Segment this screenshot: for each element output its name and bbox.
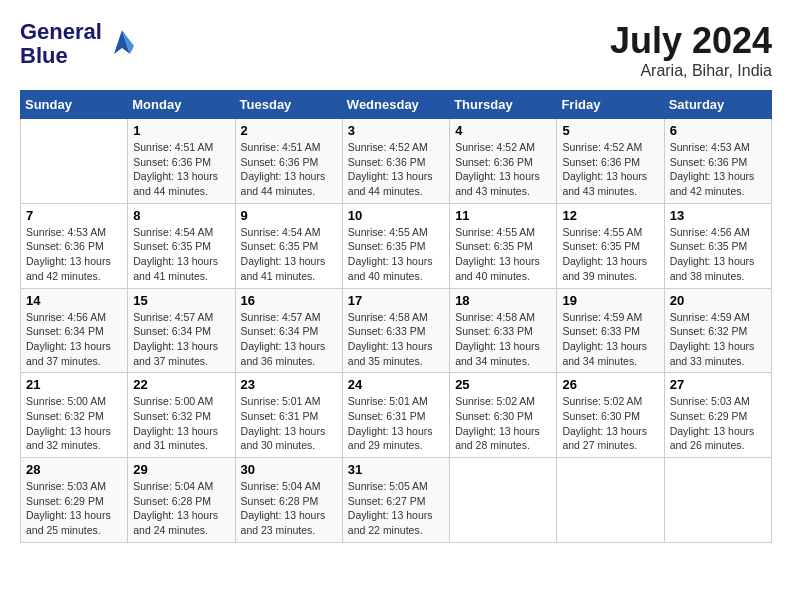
calendar-cell: 10Sunrise: 4:55 AM Sunset: 6:35 PM Dayli… [342, 203, 449, 288]
day-number: 2 [241, 123, 337, 138]
calendar-cell: 30Sunrise: 5:04 AM Sunset: 6:28 PM Dayli… [235, 458, 342, 543]
calendar-week-row: 7Sunrise: 4:53 AM Sunset: 6:36 PM Daylig… [21, 203, 772, 288]
day-header-tuesday: Tuesday [235, 91, 342, 119]
day-number: 14 [26, 293, 122, 308]
calendar-cell: 31Sunrise: 5:05 AM Sunset: 6:27 PM Dayli… [342, 458, 449, 543]
day-number: 21 [26, 377, 122, 392]
calendar-cell: 8Sunrise: 4:54 AM Sunset: 6:35 PM Daylig… [128, 203, 235, 288]
calendar-cell: 12Sunrise: 4:55 AM Sunset: 6:35 PM Dayli… [557, 203, 664, 288]
day-info: Sunrise: 4:54 AM Sunset: 6:35 PM Dayligh… [241, 225, 337, 284]
day-number: 18 [455, 293, 551, 308]
day-info: Sunrise: 4:59 AM Sunset: 6:32 PM Dayligh… [670, 310, 766, 369]
day-info: Sunrise: 5:02 AM Sunset: 6:30 PM Dayligh… [455, 394, 551, 453]
calendar-week-row: 28Sunrise: 5:03 AM Sunset: 6:29 PM Dayli… [21, 458, 772, 543]
day-info: Sunrise: 5:03 AM Sunset: 6:29 PM Dayligh… [26, 479, 122, 538]
day-info: Sunrise: 4:57 AM Sunset: 6:34 PM Dayligh… [241, 310, 337, 369]
calendar-cell: 13Sunrise: 4:56 AM Sunset: 6:35 PM Dayli… [664, 203, 771, 288]
day-number: 25 [455, 377, 551, 392]
day-info: Sunrise: 4:51 AM Sunset: 6:36 PM Dayligh… [241, 140, 337, 199]
day-number: 28 [26, 462, 122, 477]
calendar-cell: 9Sunrise: 4:54 AM Sunset: 6:35 PM Daylig… [235, 203, 342, 288]
calendar-cell: 2Sunrise: 4:51 AM Sunset: 6:36 PM Daylig… [235, 119, 342, 204]
calendar-week-row: 21Sunrise: 5:00 AM Sunset: 6:32 PM Dayli… [21, 373, 772, 458]
calendar-cell: 11Sunrise: 4:55 AM Sunset: 6:35 PM Dayli… [450, 203, 557, 288]
day-number: 19 [562, 293, 658, 308]
calendar-cell: 7Sunrise: 4:53 AM Sunset: 6:36 PM Daylig… [21, 203, 128, 288]
calendar-cell: 21Sunrise: 5:00 AM Sunset: 6:32 PM Dayli… [21, 373, 128, 458]
day-info: Sunrise: 4:52 AM Sunset: 6:36 PM Dayligh… [455, 140, 551, 199]
day-info: Sunrise: 4:53 AM Sunset: 6:36 PM Dayligh… [26, 225, 122, 284]
day-number: 22 [133, 377, 229, 392]
day-info: Sunrise: 4:53 AM Sunset: 6:36 PM Dayligh… [670, 140, 766, 199]
calendar-cell: 23Sunrise: 5:01 AM Sunset: 6:31 PM Dayli… [235, 373, 342, 458]
day-info: Sunrise: 5:00 AM Sunset: 6:32 PM Dayligh… [26, 394, 122, 453]
day-number: 6 [670, 123, 766, 138]
day-info: Sunrise: 4:52 AM Sunset: 6:36 PM Dayligh… [562, 140, 658, 199]
day-number: 27 [670, 377, 766, 392]
calendar-cell [557, 458, 664, 543]
day-number: 11 [455, 208, 551, 223]
day-number: 10 [348, 208, 444, 223]
day-number: 9 [241, 208, 337, 223]
calendar-cell: 26Sunrise: 5:02 AM Sunset: 6:30 PM Dayli… [557, 373, 664, 458]
logo-icon [106, 26, 138, 58]
calendar-cell: 16Sunrise: 4:57 AM Sunset: 6:34 PM Dayli… [235, 288, 342, 373]
day-number: 5 [562, 123, 658, 138]
day-number: 1 [133, 123, 229, 138]
day-info: Sunrise: 4:54 AM Sunset: 6:35 PM Dayligh… [133, 225, 229, 284]
calendar-cell: 3Sunrise: 4:52 AM Sunset: 6:36 PM Daylig… [342, 119, 449, 204]
calendar-cell: 4Sunrise: 4:52 AM Sunset: 6:36 PM Daylig… [450, 119, 557, 204]
day-info: Sunrise: 5:01 AM Sunset: 6:31 PM Dayligh… [241, 394, 337, 453]
day-info: Sunrise: 4:55 AM Sunset: 6:35 PM Dayligh… [455, 225, 551, 284]
page-subtitle: Araria, Bihar, India [610, 62, 772, 80]
day-info: Sunrise: 5:02 AM Sunset: 6:30 PM Dayligh… [562, 394, 658, 453]
day-info: Sunrise: 4:56 AM Sunset: 6:34 PM Dayligh… [26, 310, 122, 369]
calendar-cell: 24Sunrise: 5:01 AM Sunset: 6:31 PM Dayli… [342, 373, 449, 458]
title-block: July 2024 Araria, Bihar, India [610, 20, 772, 80]
calendar-cell: 5Sunrise: 4:52 AM Sunset: 6:36 PM Daylig… [557, 119, 664, 204]
calendar-cell: 25Sunrise: 5:02 AM Sunset: 6:30 PM Dayli… [450, 373, 557, 458]
day-header-wednesday: Wednesday [342, 91, 449, 119]
day-info: Sunrise: 4:51 AM Sunset: 6:36 PM Dayligh… [133, 140, 229, 199]
day-number: 12 [562, 208, 658, 223]
calendar-header-row: SundayMondayTuesdayWednesdayThursdayFrid… [21, 91, 772, 119]
day-number: 3 [348, 123, 444, 138]
day-number: 24 [348, 377, 444, 392]
day-info: Sunrise: 5:04 AM Sunset: 6:28 PM Dayligh… [133, 479, 229, 538]
calendar-cell: 19Sunrise: 4:59 AM Sunset: 6:33 PM Dayli… [557, 288, 664, 373]
calendar-cell: 22Sunrise: 5:00 AM Sunset: 6:32 PM Dayli… [128, 373, 235, 458]
day-info: Sunrise: 5:04 AM Sunset: 6:28 PM Dayligh… [241, 479, 337, 538]
day-number: 15 [133, 293, 229, 308]
calendar-cell: 18Sunrise: 4:58 AM Sunset: 6:33 PM Dayli… [450, 288, 557, 373]
day-info: Sunrise: 5:01 AM Sunset: 6:31 PM Dayligh… [348, 394, 444, 453]
calendar-cell [664, 458, 771, 543]
calendar-cell: 28Sunrise: 5:03 AM Sunset: 6:29 PM Dayli… [21, 458, 128, 543]
logo-text: General Blue [20, 20, 102, 68]
calendar-cell: 15Sunrise: 4:57 AM Sunset: 6:34 PM Dayli… [128, 288, 235, 373]
day-header-sunday: Sunday [21, 91, 128, 119]
day-number: 4 [455, 123, 551, 138]
day-info: Sunrise: 4:56 AM Sunset: 6:35 PM Dayligh… [670, 225, 766, 284]
day-info: Sunrise: 4:55 AM Sunset: 6:35 PM Dayligh… [348, 225, 444, 284]
calendar-cell: 29Sunrise: 5:04 AM Sunset: 6:28 PM Dayli… [128, 458, 235, 543]
day-header-friday: Friday [557, 91, 664, 119]
day-header-thursday: Thursday [450, 91, 557, 119]
calendar-cell: 14Sunrise: 4:56 AM Sunset: 6:34 PM Dayli… [21, 288, 128, 373]
logo: General Blue [20, 20, 138, 68]
day-info: Sunrise: 4:57 AM Sunset: 6:34 PM Dayligh… [133, 310, 229, 369]
day-header-saturday: Saturday [664, 91, 771, 119]
day-header-monday: Monday [128, 91, 235, 119]
day-info: Sunrise: 4:58 AM Sunset: 6:33 PM Dayligh… [455, 310, 551, 369]
day-number: 13 [670, 208, 766, 223]
day-info: Sunrise: 5:05 AM Sunset: 6:27 PM Dayligh… [348, 479, 444, 538]
calendar-cell: 17Sunrise: 4:58 AM Sunset: 6:33 PM Dayli… [342, 288, 449, 373]
day-info: Sunrise: 4:55 AM Sunset: 6:35 PM Dayligh… [562, 225, 658, 284]
calendar-cell: 1Sunrise: 4:51 AM Sunset: 6:36 PM Daylig… [128, 119, 235, 204]
page-header: General Blue July 2024 Araria, Bihar, In… [20, 20, 772, 80]
calendar-cell: 27Sunrise: 5:03 AM Sunset: 6:29 PM Dayli… [664, 373, 771, 458]
day-number: 30 [241, 462, 337, 477]
day-number: 31 [348, 462, 444, 477]
day-number: 20 [670, 293, 766, 308]
calendar-cell [21, 119, 128, 204]
day-number: 23 [241, 377, 337, 392]
